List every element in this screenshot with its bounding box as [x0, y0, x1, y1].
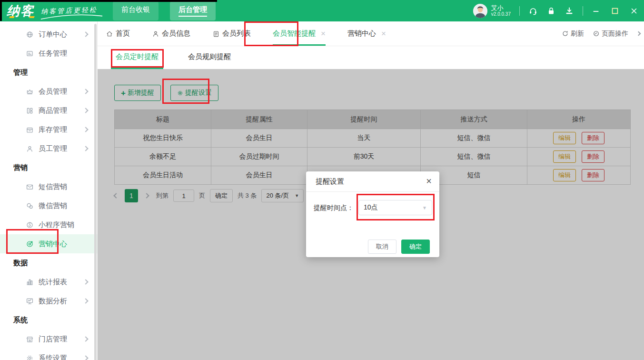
user-name: 艾小	[491, 5, 511, 11]
brand-logo: 纳客	[7, 2, 34, 20]
sidebar-item-miniprogram-marketing[interactable]: 小程序营销	[0, 215, 97, 234]
sidebar-item-staff-management[interactable]: 员工管理	[0, 139, 97, 158]
tab-member-list[interactable]: 会员列表	[212, 21, 251, 46]
cancel-button[interactable]: 取消	[368, 240, 396, 254]
window-edge	[0, 0, 2, 21]
sidebar-item-label: 营销中心	[39, 240, 67, 249]
subtab-member-timed-reminder[interactable]: 会员定时提醒	[111, 46, 163, 69]
close-tab-icon[interactable]: ×	[321, 29, 326, 39]
tab-bar: 首页 会员信息 会员列表 会员智能提醒 × 营销中心 ×	[98, 21, 644, 46]
reminder-settings-dialog: 提醒设置 × 提醒时间点： 10点 ▼ 取消 确定	[306, 171, 439, 257]
sidebar-section-management: 管理	[0, 63, 97, 82]
brand-slogan: 纳客管店更轻松	[41, 5, 98, 16]
divider	[583, 6, 583, 16]
chevron-right-icon	[83, 298, 88, 303]
close-dialog-icon[interactable]: ×	[426, 176, 432, 186]
chevron-right-icon	[83, 127, 88, 132]
support-headset-icon[interactable]	[528, 6, 538, 16]
subtab-label: 会员规则提醒	[188, 52, 231, 61]
user-box[interactable]: 艾小 v2.0.0.37	[473, 4, 511, 18]
logo-accent	[29, 16, 35, 18]
sidebar-item-label: 小程序营销	[39, 220, 74, 230]
subtab-label: 会员定时提醒	[116, 52, 159, 61]
sidebar-item-label: 门店管理	[39, 335, 67, 344]
subtab-bar: 会员定时提醒 会员规则提醒	[98, 46, 644, 69]
store-icon	[26, 335, 34, 343]
sidebar-scrollbar[interactable]	[94, 24, 97, 360]
lock-icon[interactable]	[546, 6, 556, 16]
crown-icon	[26, 88, 34, 96]
tab-actions: 刷新 页面操作	[562, 21, 640, 46]
sidebar-item-system-settings[interactable]: 系统设置	[0, 349, 97, 360]
globe-icon	[26, 30, 34, 39]
sidebar-section-marketing: 营销	[0, 158, 97, 177]
sidebar-item-marketing-center[interactable]: 营销中心	[0, 234, 97, 253]
window-edge	[0, 0, 217, 2]
sidebar-item-store-management[interactable]: 门店管理	[0, 330, 97, 349]
bar-chart-icon	[26, 278, 34, 286]
refresh-icon	[562, 30, 569, 37]
sidebar-item-order-center[interactable]: 订单中心	[0, 25, 97, 44]
front-cashier-label: 前台收银	[121, 5, 150, 13]
divider	[519, 6, 520, 16]
chevron-right-icon	[83, 108, 88, 113]
miniprogram-icon	[26, 221, 34, 229]
task-card-icon	[26, 50, 34, 58]
sidebar-item-label: 系统设置	[39, 354, 67, 360]
sidebar-item-label: 库存管理	[39, 125, 67, 134]
tab-marketing-center[interactable]: 营销中心 ×	[347, 21, 386, 46]
monitor-icon	[26, 297, 34, 305]
maximize-icon[interactable]	[611, 7, 619, 15]
sidebar-item-statistics-report[interactable]: 统计报表	[0, 272, 97, 291]
sidebar-item-label: 数据分析	[39, 297, 67, 306]
sidebar-item-label: 任务管理	[39, 49, 67, 58]
confirm-button[interactable]: 确定	[401, 240, 430, 254]
tab-member-info[interactable]: 会员信息	[152, 21, 190, 46]
chevron-right-icon	[83, 336, 88, 341]
sidebar-item-wechat-marketing[interactable]: 微信营销	[0, 196, 97, 215]
tab-label: 会员列表	[222, 29, 251, 38]
download-icon[interactable]	[565, 6, 574, 16]
sidebar: 订单中心 任务管理 管理 会员管理 商品管理	[0, 21, 98, 360]
refresh-button[interactable]: 刷新	[562, 30, 584, 38]
sidebar-section-system: 系统	[0, 310, 97, 330]
caret-down-icon: ▼	[422, 205, 427, 210]
avatar	[473, 4, 487, 18]
backend-management-button[interactable]: 后台管理	[170, 1, 216, 20]
tab-member-smart-reminder[interactable]: 会员智能提醒 ×	[273, 21, 326, 46]
subtab-member-rule-reminder[interactable]: 会员规则提醒	[183, 46, 236, 69]
chevron-right-icon	[83, 146, 88, 151]
dialog-header: 提醒设置 ×	[306, 171, 439, 192]
tab-label: 首页	[116, 29, 130, 38]
logo-accent	[9, 16, 15, 18]
home-icon	[106, 30, 113, 38]
backend-management-label: 后台管理	[178, 5, 207, 17]
user-icon	[152, 30, 159, 38]
close-window-icon[interactable]	[630, 7, 638, 15]
sidebar-item-task-management[interactable]: 任务管理	[0, 44, 97, 63]
chevron-right-icon	[83, 279, 88, 284]
reminder-time-label: 提醒时间点：	[314, 204, 354, 212]
sidebar-item-inventory-management[interactable]: 库存管理	[0, 120, 97, 139]
header-right: 艾小 v2.0.0.37	[473, 0, 638, 21]
tab-home[interactable]: 首页	[106, 21, 130, 46]
sidebar-section-data: 数据	[0, 253, 97, 272]
header-nav: 前台收银 后台管理	[113, 1, 216, 20]
close-tab-icon[interactable]: ×	[381, 29, 386, 39]
chevron-right-icon[interactable]	[636, 31, 641, 36]
target-icon	[26, 240, 34, 248]
front-cashier-button[interactable]: 前台收银	[113, 1, 159, 20]
envelope-icon	[26, 183, 34, 191]
chevron-right-icon	[83, 31, 88, 37]
sidebar-item-goods-management[interactable]: 商品管理	[0, 101, 97, 120]
sidebar-item-member-management[interactable]: 会员管理	[0, 82, 97, 101]
sidebar-item-data-analysis[interactable]: 数据分析	[0, 291, 97, 310]
minimize-icon[interactable]	[592, 7, 600, 15]
reminder-time-select[interactable]: 10点 ▼	[358, 200, 432, 215]
sidebar-item-sms-marketing[interactable]: 短信营销	[0, 177, 97, 196]
window-controls	[592, 7, 638, 15]
sidebar-item-label: 商品管理	[39, 106, 67, 115]
page-operations-button[interactable]: 页面操作	[593, 30, 628, 38]
sidebar-item-label: 员工管理	[39, 144, 67, 153]
tab-label: 会员智能提醒	[273, 29, 316, 38]
